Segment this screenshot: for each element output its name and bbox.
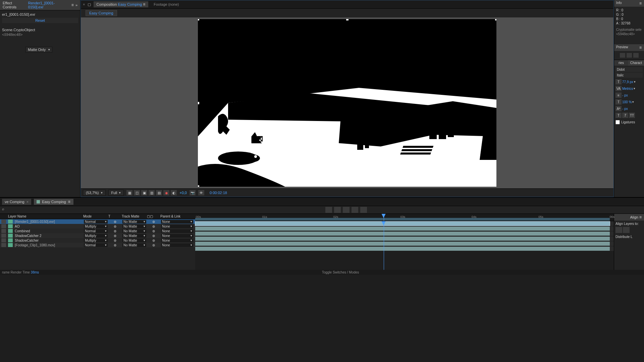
layer-clip[interactable] — [195, 222, 610, 226]
transform-handle[interactable] — [198, 185, 199, 187]
layer-row[interactable]: AOMultiply▾⊚No Matte▾⊚None▾ — [0, 224, 195, 229]
transform-handle[interactable] — [495, 185, 496, 187]
visibility-icon[interactable] — [1, 224, 6, 228]
chevron-down-icon[interactable]: ▾ — [632, 100, 634, 104]
panel-menu-icon[interactable]: ≡ — [639, 1, 642, 6]
grid-icon[interactable]: ▦ — [126, 190, 132, 195]
layer-name[interactable]: ShadowCatcher — [15, 239, 83, 242]
visibility-icon[interactable] — [1, 234, 6, 238]
col-track-matte[interactable]: Track Matte — [122, 215, 147, 218]
blend-mode-dropdown[interactable]: Multiply▾ — [84, 234, 108, 238]
lock-icon[interactable]: ▢ — [88, 2, 91, 7]
ligatures-checkbox[interactable] — [615, 120, 620, 124]
composition-tab[interactable]: Composition Easy Comping ≡ — [94, 1, 148, 7]
guides-icon[interactable]: ▤ — [156, 190, 162, 195]
track-matte-dropdown[interactable]: No Matte▾ — [122, 225, 146, 228]
snapshot-icon[interactable]: 📷 — [190, 190, 196, 195]
parent-dropdown[interactable]: None▾ — [161, 243, 193, 247]
parent-dropdown[interactable]: None▾ — [161, 234, 193, 238]
layer-clip[interactable] — [195, 242, 610, 246]
chevron-down-icon[interactable]: ▾ — [634, 80, 636, 83]
track-matte-dropdown[interactable]: No Matte▾ — [122, 234, 146, 238]
play-icon[interactable] — [627, 53, 632, 58]
visibility-icon[interactable] — [1, 243, 6, 247]
matte-pickwhip-icon[interactable]: ⊚ — [108, 229, 122, 233]
layer-clip[interactable] — [195, 232, 610, 236]
align-panel-tab[interactable]: Align ≡ — [614, 214, 644, 221]
parent-pickwhip-icon[interactable]: ⊚ — [147, 239, 160, 242]
show-snapshot-icon[interactable]: 👁 — [198, 190, 204, 195]
preview-panel-tab[interactable]: Preview ≡ — [614, 44, 644, 51]
layer-name[interactable]: AO — [15, 225, 83, 228]
parent-dropdown[interactable]: None▾ — [161, 225, 193, 228]
breadcrumb-item[interactable]: Easy Comping — [86, 10, 117, 16]
parent-pickwhip-icon[interactable]: ⊚ — [147, 229, 160, 233]
tab-menu-icon[interactable]: ≡ — [143, 2, 146, 7]
timeline-tab[interactable]: ve Comping × — [2, 199, 31, 205]
transform-handle[interactable] — [495, 102, 496, 104]
parent-pickwhip-icon[interactable]: ⊚ — [147, 220, 160, 224]
effect-controls-tab[interactable]: Effect Controls Render1_[0001-0150].exr … — [0, 0, 80, 10]
libraries-tab[interactable]: ries — [614, 60, 628, 66]
visibility-icon[interactable] — [1, 238, 6, 242]
col-t[interactable]: T — [108, 215, 122, 218]
parent-dropdown[interactable]: None▾ — [161, 220, 193, 224]
transform-handle[interactable] — [198, 102, 199, 104]
tab-menu-icon[interactable]: ≡ — [68, 199, 71, 204]
playhead[interactable] — [384, 214, 384, 221]
parent-pickwhip-icon[interactable]: ⊚ — [147, 234, 160, 238]
transform-handle[interactable] — [198, 19, 199, 20]
parent-dropdown[interactable]: None▾ — [161, 229, 193, 233]
layer-name[interactable]: [Footage_Clip1_1080.mov] — [15, 243, 83, 247]
mask-icon[interactable]: ◫ — [134, 190, 140, 195]
timeline-tab[interactable]: Easy Comping ≡ — [34, 199, 73, 205]
canvas[interactable] — [198, 19, 496, 187]
track-matte-dropdown[interactable]: No Matte▾ — [122, 220, 146, 224]
matte-pickwhip-icon[interactable]: ⊚ — [108, 234, 122, 238]
timeline-track[interactable] — [195, 246, 614, 251]
visibility-icon[interactable] — [1, 229, 6, 233]
timeline-search[interactable]: ⌕ — [2, 207, 146, 213]
layer-row[interactable]: ShadowCatcherMultiply▾⊚No Matte▾⊚None▾ — [0, 238, 195, 243]
transform-handle[interactable] — [346, 185, 348, 187]
timeline-track[interactable] — [195, 221, 614, 226]
layer-name[interactable]: [Render1_[0001-0150].exr] — [15, 220, 83, 224]
track-matte-dropdown[interactable]: No Matte▾ — [122, 239, 146, 242]
vscale-value[interactable]: 100 % — [622, 100, 632, 104]
playhead-line[interactable] — [384, 221, 384, 270]
visibility-icon[interactable] — [1, 220, 6, 224]
info-panel-tab[interactable]: Info ≡ — [614, 0, 644, 7]
timeline-tracks[interactable]: :00s01s02s03s04s05s06s — [195, 214, 614, 270]
footage-tab[interactable]: Footage (none) — [151, 2, 181, 7]
resolution-dropdown[interactable]: Full▾ — [108, 190, 124, 196]
transform-handle[interactable] — [495, 19, 496, 20]
font-style-dropdown[interactable]: Italic — [615, 73, 643, 78]
blend-mode-dropdown[interactable]: Normal▾ — [84, 243, 108, 247]
zoom-dropdown[interactable]: (53,7%)▾ — [83, 190, 106, 196]
chevron-down-icon[interactable]: ▾ — [634, 87, 635, 90]
matte-pickwhip-icon[interactable]: ⊚ — [108, 239, 122, 242]
panel-menu-icon[interactable]: ≡ — [639, 215, 642, 220]
layer-row[interactable]: CombinedNormal▾⊚No Matte▾⊚None▾ — [0, 229, 195, 233]
matte-pickwhip-icon[interactable]: ⊚ — [108, 243, 122, 247]
viewer-timecode[interactable]: 0:00:02:18 — [210, 191, 227, 195]
tl-tool-icon[interactable] — [343, 207, 350, 213]
track-matte-dropdown[interactable]: No Matte▾ — [122, 243, 146, 247]
baseline-value[interactable]: - px — [622, 107, 628, 111]
composition-name-link[interactable]: Easy Comping — [118, 2, 142, 6]
stroke-value[interactable]: - px — [622, 94, 628, 97]
bold-icon[interactable]: T — [615, 113, 622, 118]
matte-pickwhip-icon[interactable]: ⊚ — [108, 225, 122, 228]
col-layer-name[interactable]: Layer Name — [8, 215, 83, 218]
layer-name[interactable]: ShadowCatcher 2 — [15, 234, 83, 238]
matte-pickwhip-icon[interactable]: ⊚ — [108, 220, 122, 224]
panel-chevrons-icon[interactable]: » — [75, 3, 77, 7]
font-size-value[interactable]: 77,9 px — [622, 80, 633, 84]
panel-menu-icon[interactable]: ≡ — [639, 45, 642, 50]
layer-clip[interactable] — [195, 247, 610, 251]
font-family-dropdown[interactable]: Didot — [615, 67, 643, 72]
prev-frame-icon[interactable] — [620, 53, 625, 58]
region-icon[interactable]: ▣ — [141, 190, 147, 195]
layer-row[interactable]: [Footage_Clip1_1080.mov]Normal▾⊚No Matte… — [0, 243, 195, 247]
layer-row[interactable]: [Render1_[0001-0150].exr]Normal▾⊚No Matt… — [0, 219, 195, 224]
